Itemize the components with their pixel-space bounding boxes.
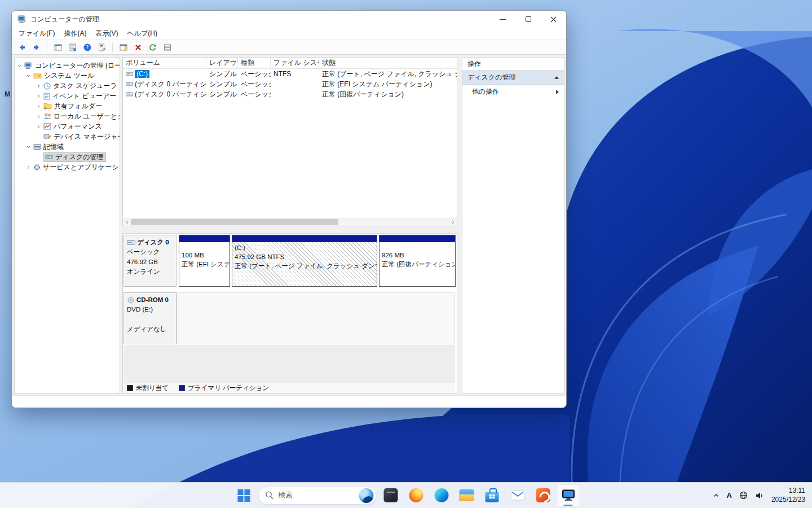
forward-button[interactable] <box>30 41 43 54</box>
partition-efi[interactable]: 100 MB 正常 (EFI システ <box>179 235 230 287</box>
tree-item-storage[interactable]: 記憶域 <box>15 142 120 152</box>
menu-action[interactable]: 操作(A) <box>59 28 91 40</box>
show-console-tree-button[interactable] <box>51 41 64 54</box>
firefox-button[interactable] <box>405 484 427 507</box>
tree-item-label: 記憶域 <box>43 142 64 152</box>
hidden-icons-chevron-icon[interactable] <box>713 492 720 499</box>
storage-icon <box>33 143 41 150</box>
cdrom-drive: DVD (E:) <box>127 305 173 314</box>
file-explorer-button[interactable] <box>456 484 478 507</box>
ime-indicator[interactable]: A <box>727 491 732 500</box>
title-bar[interactable]: コンピューターの管理 <box>12 11 566 28</box>
maximize-button[interactable] <box>515 11 541 28</box>
tree-item-event-viewer[interactable]: イベント ビューアー <box>15 91 120 101</box>
network-globe-icon[interactable] <box>739 491 748 500</box>
tree-item-shared-folders[interactable]: 共有フォルダー <box>15 101 120 111</box>
chevron-down-icon[interactable] <box>16 63 22 68</box>
tree-item-disk-management[interactable]: ディスクの管理 <box>15 152 120 162</box>
tree-item-task-scheduler[interactable]: タスク スケジューラ <box>15 81 120 91</box>
tree-item-device-manager[interactable]: デバイス マネージャー <box>15 132 120 142</box>
menu-help[interactable]: ヘルプ(H) <box>122 28 162 40</box>
refresh-button[interactable] <box>146 41 159 54</box>
column-header-type[interactable]: 種類 <box>238 58 271 68</box>
help-button[interactable]: ? <box>81 41 94 54</box>
disk0-label[interactable]: ディスク 0 ベーシック 476.92 GB オンライン <box>123 235 176 287</box>
cdrom-empty-area[interactable] <box>176 292 455 344</box>
scrollbar-track[interactable] <box>131 218 449 226</box>
volume-row-partition1[interactable]: (ディスク 0 パーティション 1) シンプル ベーシック 正常 (EFI シス… <box>123 79 457 89</box>
tree-item-root[interactable]: コンピューターの管理 (ローカル) <box>15 60 120 71</box>
tree-item-performance[interactable]: パフォーマンス <box>15 121 120 132</box>
partition-color-bar <box>379 235 455 242</box>
mail-button[interactable] <box>506 484 529 507</box>
menu-view[interactable]: 表示(V) <box>91 28 122 40</box>
export-list-button[interactable] <box>95 41 108 54</box>
partition-recovery[interactable]: 926 MB 正常 (回復パーティション) <box>379 235 456 287</box>
chevron-right-icon[interactable] <box>36 104 41 109</box>
actions-disk-management-group[interactable]: ディスクの管理 <box>462 71 564 85</box>
partition-c-selected[interactable]: (C:) 475.92 GB NTFS 正常 (ブート, ページ ファイル, ク… <box>232 235 377 287</box>
column-header-layout[interactable]: レイアウト <box>206 58 238 68</box>
volume-row-partition4[interactable]: (ディスク 0 パーティション 4) シンプル ベーシック 正常 (回復パーティ… <box>123 89 457 99</box>
chevron-down-icon[interactable] <box>25 73 31 78</box>
tree-item-label: イベント ビューアー <box>52 91 116 101</box>
properties-button[interactable] <box>66 41 79 54</box>
scroll-right-arrow[interactable] <box>449 218 457 226</box>
microsoft-store-button[interactable] <box>481 484 504 507</box>
scroll-left-arrow[interactable] <box>123 218 131 226</box>
disk-graphical-pane: ディスク 0 ベーシック 476.92 GB オンライン 100 MB 正常 (… <box>122 233 457 394</box>
shared-folders-icon <box>43 103 52 110</box>
svg-text:?: ? <box>86 45 89 50</box>
chevron-right-icon[interactable] <box>25 165 31 170</box>
microsoft-store-icon <box>486 492 499 502</box>
window-content: コンピューターの管理 (ローカル) システム ツール タスク スケジューラ イベ… <box>12 56 566 395</box>
pinned-app-dark-button[interactable] <box>379 484 402 507</box>
horizontal-scrollbar[interactable] <box>123 218 457 226</box>
actions-header: 操作 <box>462 58 564 71</box>
taskbar-search-box[interactable]: 検索 <box>258 487 377 505</box>
volume-icon <box>126 71 133 77</box>
microsoft-365-button[interactable] <box>532 484 554 507</box>
edge-button[interactable] <box>430 484 453 507</box>
back-button[interactable] <box>15 41 28 54</box>
chevron-down-icon[interactable] <box>25 144 31 150</box>
column-header-status[interactable]: 状態 <box>319 58 457 68</box>
details-view-button[interactable] <box>161 41 174 54</box>
tree-item-services-apps[interactable]: サービスとアプリケーション <box>15 162 120 172</box>
collapse-arrow-icon[interactable] <box>554 76 559 79</box>
tree-item-system-tools[interactable]: システム ツール <box>15 71 120 81</box>
column-header-filesystem[interactable]: ファイル システム <box>271 58 319 68</box>
computer-management-taskbar-button[interactable] <box>557 484 580 507</box>
chevron-right-icon[interactable] <box>36 124 41 129</box>
chevron-right-icon[interactable] <box>36 94 41 99</box>
search-highlight-thumbnail[interactable] <box>359 488 374 503</box>
action-pane-toggle-button[interactable] <box>117 41 130 54</box>
disk-icon <box>127 239 135 246</box>
cell-layout: シンプル <box>206 69 238 79</box>
tree-item-label: ローカル ユーザーとグループ <box>54 112 120 121</box>
column-header-volume[interactable]: ボリューム <box>123 58 206 68</box>
actions-more-item[interactable]: 他の操作 <box>462 85 564 99</box>
firefox-icon <box>409 488 423 502</box>
partition-title: (C:) <box>235 243 374 252</box>
minimize-button[interactable] <box>490 11 515 28</box>
delete-volume-button[interactable] <box>131 41 144 54</box>
volume-row-c[interactable]: (C:) シンプル ベーシック NTFS 正常 (ブート, ページ ファイル, … <box>123 69 457 79</box>
chevron-right-icon[interactable] <box>36 84 41 89</box>
cdrom-label[interactable]: CD-ROM 0 DVD (E:) メディアなし <box>123 292 176 344</box>
cell-type: ベーシック <box>238 90 271 99</box>
tree-selection[interactable]: ディスクの管理 <box>43 152 106 162</box>
menu-bar: ファイル(F) 操作(A) 表示(V) ヘルプ(H) <box>12 28 566 40</box>
close-button[interactable] <box>541 11 566 28</box>
start-button[interactable] <box>233 484 255 507</box>
forward-icon <box>32 43 41 52</box>
tree-item-local-users-groups[interactable]: ローカル ユーザーとグループ <box>15 111 120 121</box>
task-scheduler-icon <box>43 82 51 90</box>
speaker-icon[interactable] <box>755 492 764 500</box>
taskbar-clock[interactable]: 13:11 2025/12/23 <box>771 487 805 504</box>
chevron-right-icon[interactable] <box>36 114 41 119</box>
actions-header-label: 操作 <box>467 59 481 69</box>
console-tree-pane: コンピューターの管理 (ローカル) システム ツール タスク スケジューラ イベ… <box>14 57 120 394</box>
menu-file[interactable]: ファイル(F) <box>14 28 59 40</box>
scrollbar-thumb[interactable] <box>131 219 338 225</box>
